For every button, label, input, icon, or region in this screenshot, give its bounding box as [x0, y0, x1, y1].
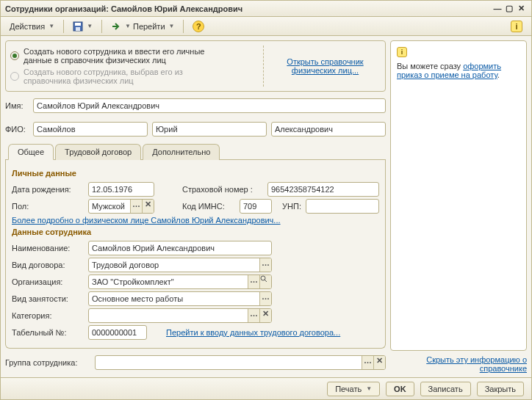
hint-prefix: Вы можете сразу — [397, 62, 463, 70]
tab-contract[interactable]: Трудовой договор — [55, 144, 141, 160]
close-label: Закрыть — [485, 385, 516, 393]
help-button[interactable]: ? — [188, 19, 209, 34]
search-button[interactable] — [259, 275, 271, 288]
close-button[interactable]: Закрыть — [477, 382, 524, 396]
ellipsis-button[interactable]: … — [130, 200, 142, 213]
taxcode-value: 709 — [243, 202, 256, 211]
sex-select[interactable]: Мужской … ✕ — [88, 199, 154, 214]
name-input[interactable]: Самойлов Юрий Александрович — [33, 98, 386, 113]
hide-info-link[interactable]: Скрыть эту информацию о справочнике — [426, 355, 527, 373]
tab-general[interactable]: Общее — [8, 144, 54, 160]
hint-suffix: . — [497, 70, 500, 79]
radio-icon — [10, 51, 19, 60]
sex-label: Пол: — [12, 202, 84, 211]
name-row: Имя: Самойлов Юрий Александрович — [5, 98, 386, 113]
radio-create-new-person[interactable]: Создать нового сотрудника и ввести его л… — [10, 46, 257, 66]
arrow-right-icon — [111, 21, 121, 32]
person-details-link[interactable]: Более подробно о физическом лице Самойло… — [12, 216, 281, 225]
tab-label: Дополнительно — [152, 148, 210, 156]
ellipsis-button[interactable]: … — [259, 292, 271, 305]
save-icon-button[interactable]: ▼ — [68, 20, 97, 33]
goto-button[interactable]: ▼ Перейти ▼ — [107, 20, 179, 33]
save-button[interactable]: Записать — [420, 382, 471, 396]
insurance-label: Страховой номер : — [182, 185, 263, 194]
empname-label: Наименование: — [12, 244, 84, 252]
ellipsis-button[interactable]: … — [248, 309, 259, 322]
tab-body-general: Личные данные Дата рождения: 12.05.1976 … — [5, 160, 386, 349]
category-select[interactable]: … ✕ — [88, 308, 272, 323]
insurance-input[interactable]: 96542358754122 — [267, 182, 379, 197]
create-options-panel: Создать нового сотрудника и ввести его л… — [5, 40, 386, 92]
patronymic-value: Александрович — [275, 125, 333, 134]
minimize-button[interactable]: ― — [492, 4, 503, 13]
surname-value: Самойлов — [37, 125, 76, 134]
info-panel: i Вы можете сразу оформить приказ о прие… — [390, 40, 527, 351]
sex-value: Мужской — [89, 200, 130, 213]
ok-label: OK — [394, 385, 406, 393]
ok-button[interactable]: OK — [386, 382, 414, 396]
save-label: Записать — [428, 385, 463, 393]
magnifier-icon — [260, 275, 267, 283]
ellipsis-button[interactable]: … — [248, 275, 259, 288]
info-toggle-button[interactable]: i — [506, 19, 527, 34]
group-value — [96, 356, 362, 369]
toolbar-separator — [183, 20, 184, 33]
fio-label: ФИО: — [5, 125, 29, 134]
tab-label: Общее — [18, 148, 44, 156]
ellipsis-button[interactable]: … — [362, 356, 373, 369]
personal-section-title: Личные данные — [12, 169, 379, 178]
tabs: Общее Трудовой договор Дополнительно — [5, 143, 386, 160]
tab-label: Трудовой договор — [65, 148, 132, 156]
emptype-value: Основное место работы — [89, 292, 259, 305]
group-select[interactable]: … ✕ — [95, 355, 386, 370]
restore-button[interactable]: ▢ — [503, 4, 515, 13]
print-button[interactable]: Печать ▼ — [327, 382, 380, 396]
birth-value: 12.05.1976 — [92, 185, 132, 194]
contracttype-label: Вид договора: — [12, 261, 84, 269]
patronymic-input[interactable]: Александрович — [271, 122, 386, 137]
open-person-directory-link[interactable]: Открыть справочник физических лиц... — [270, 57, 381, 75]
firstname-value: Юрий — [156, 125, 178, 134]
svg-line-4 — [265, 280, 267, 282]
radio-select-existing-person[interactable]: Создать нового сотрудника, выбрав его из… — [10, 66, 257, 87]
group-label: Группа сотрудника: — [5, 358, 90, 367]
clear-button[interactable]: ✕ — [259, 309, 271, 322]
contracttype-select[interactable]: Трудовой договор … — [88, 258, 272, 272]
actions-label: Действия — [10, 22, 45, 31]
print-label: Печать — [335, 385, 362, 393]
chevron-down-icon: ▼ — [87, 23, 93, 29]
goto-label: Перейти — [133, 22, 165, 31]
window-title: Сотрудники организаций: Самойлов Юрий Ал… — [5, 4, 242, 13]
taxcode-input[interactable]: 709 — [240, 199, 272, 214]
window-titlebar: Сотрудники организаций: Самойлов Юрий Ал… — [1, 1, 531, 17]
actions-menu[interactable]: Действия ▼ — [5, 21, 59, 32]
birth-input[interactable]: 12.05.1976 — [88, 182, 154, 197]
chevron-down-icon: ▼ — [366, 385, 372, 392]
chevron-down-icon: ▼ — [169, 23, 175, 29]
tab-additional[interactable]: Дополнительно — [143, 144, 220, 160]
goto-contract-link[interactable]: Перейти к вводу данных трудового договор… — [166, 328, 340, 337]
category-value — [89, 309, 248, 322]
tabnum-input[interactable]: 0000000001 — [88, 325, 147, 340]
clear-button[interactable]: ✕ — [373, 356, 385, 369]
empname-input[interactable]: Самойлов Юрий Александрович — [88, 241, 272, 255]
name-label: Имя: — [5, 101, 29, 110]
firstname-input[interactable]: Юрий — [152, 122, 267, 137]
contracttype-value: Трудовой договор — [89, 258, 259, 272]
surname-input[interactable]: Самойлов — [33, 122, 148, 137]
clear-button[interactable]: ✕ — [142, 200, 154, 213]
info-icon: i — [511, 21, 522, 32]
birth-label: Дата рождения: — [12, 185, 84, 194]
org-select[interactable]: ЗАО "Стройкомплект" … — [88, 274, 272, 289]
toolbar-separator — [101, 20, 102, 33]
group-row: Группа сотрудника: … ✕ — [5, 355, 386, 370]
tabnum-value: 0000000001 — [92, 328, 137, 337]
unp-input[interactable] — [306, 199, 379, 214]
close-window-button[interactable]: ✕ — [515, 4, 527, 13]
name-value: Самойлов Юрий Александрович — [37, 101, 159, 110]
radio-label: Создать нового сотрудника, выбрав его из… — [24, 68, 222, 85]
emptype-select[interactable]: Основное место работы … — [88, 291, 272, 306]
ellipsis-button[interactable]: … — [259, 258, 271, 272]
radio-label: Создать нового сотрудника и ввести его л… — [24, 47, 222, 65]
category-label: Категория: — [12, 311, 84, 320]
